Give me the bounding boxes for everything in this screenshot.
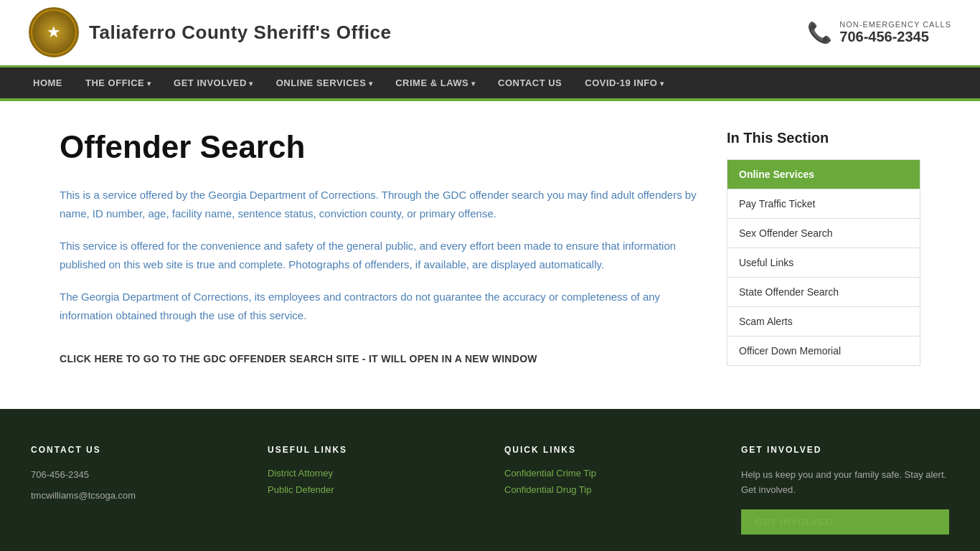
get-involved-button[interactable]: GET INVOLVED [741, 509, 949, 534]
sidebar-item-scam-alerts[interactable]: Scam Alerts [727, 307, 920, 336]
sidebar-item-useful-links[interactable]: Useful Links [727, 248, 920, 278]
sidebar-nav: Online Services Pay Traffic Ticket Sex O… [727, 159, 920, 366]
logo-inner: ★ [32, 11, 75, 54]
footer-link-district-attorney[interactable]: District Attorney [268, 468, 476, 479]
nav-item-home[interactable]: HOME [22, 67, 74, 98]
footer-link-confidential-drug[interactable]: Confidential Drug Tip [504, 484, 712, 495]
phone-icon: 📞 [807, 21, 832, 44]
phone-details: NON-EMERGENCY CALLS 706-456-2345 [839, 20, 951, 45]
footer-get-involved: GET INVOLVED Help us keep you and your f… [741, 445, 949, 540]
gdc-search-link[interactable]: CLICK HERE TO GO TO THE GDC OFFENDER SEA… [60, 353, 537, 364]
content-paragraph-1: This is a service offered by the Georgia… [60, 186, 698, 222]
page-title: Offender Search [60, 130, 698, 164]
sidebar-item-sex-offender[interactable]: Sex Offender Search [727, 219, 920, 248]
nav-link-contact[interactable]: CONTACT US [486, 67, 573, 98]
footer-quick-links-heading: QUICK LINKS [504, 445, 712, 455]
star-icon: ★ [47, 24, 61, 40]
nav-item-crime-laws[interactable]: CRIME & LAWS [384, 67, 486, 98]
main-nav: HOME THE OFFICE GET INVOLVED ONLINE SERV… [0, 65, 980, 98]
footer-useful-links-heading: USEFUL LINKS [268, 445, 476, 455]
footer-link-confidential-crime[interactable]: Confidential Crime Tip [504, 468, 712, 479]
sidebar-heading: In This Section [727, 130, 920, 146]
nav-item-contact[interactable]: CONTACT US [486, 67, 573, 98]
sidebar-item-online-services[interactable]: Online Services [727, 160, 920, 189]
main-container: Offender Search This is a service offere… [31, 101, 949, 409]
footer-contact-heading: CONTACT US [31, 445, 239, 455]
sidebar-item-pay-traffic[interactable]: Pay Traffic Ticket [727, 189, 920, 219]
nav-link-covid[interactable]: COVID-19 INFO [573, 67, 675, 98]
logo-badge: ★ [29, 7, 79, 57]
footer-email: tmcwilliams@tcsoga.com [31, 489, 239, 504]
nav-link-get-involved[interactable]: GET INVOLVED [162, 67, 265, 98]
nav-item-covid[interactable]: COVID-19 INFO [573, 67, 675, 98]
nav-link-crime-laws[interactable]: CRIME & LAWS [384, 67, 486, 98]
footer-quick-links: QUICK LINKS Confidential Crime Tip Confi… [504, 445, 712, 540]
phone-area: 📞 NON-EMERGENCY CALLS 706-456-2345 [807, 20, 951, 45]
logo-area: ★ Taliaferro County Sheriff's Office [29, 7, 391, 57]
footer-phone: 706-456-2345 [31, 468, 239, 483]
nav-item-get-involved[interactable]: GET INVOLVED [162, 67, 265, 98]
sidebar: In This Section Online Services Pay Traf… [727, 130, 920, 366]
nav-item-office[interactable]: THE OFFICE [74, 67, 162, 98]
footer-contact: CONTACT US 706-456-2345 tmcwilliams@tcso… [31, 445, 239, 540]
footer-useful-links: USEFUL LINKS District Attorney Public De… [268, 445, 476, 540]
nav-link-office[interactable]: THE OFFICE [74, 67, 162, 98]
content-paragraph-3: The Georgia Department of Corrections, i… [60, 288, 698, 324]
nav-link-online-services[interactable]: ONLINE SERVICES [265, 67, 385, 98]
footer-get-involved-text: Help us keep you and your family safe. S… [741, 468, 949, 498]
sidebar-item-officer-down[interactable]: Officer Down Memorial [727, 336, 920, 365]
nav-item-online-services[interactable]: ONLINE SERVICES [265, 67, 385, 98]
phone-label: NON-EMERGENCY CALLS [839, 20, 951, 29]
sidebar-item-state-offender[interactable]: State Offender Search [727, 278, 920, 307]
site-header: ★ Taliaferro County Sheriff's Office 📞 N… [0, 0, 980, 65]
site-title: Taliaferro County Sheriff's Office [89, 22, 391, 44]
phone-number: 706-456-2345 [839, 29, 951, 45]
footer-link-public-defender[interactable]: Public Defender [268, 484, 476, 495]
nav-link-home[interactable]: HOME [22, 67, 74, 98]
content-paragraph-2: This service is offered for the convenie… [60, 237, 698, 273]
footer-get-involved-heading: GET INVOLVED [741, 445, 949, 455]
site-footer: CONTACT US 706-456-2345 tmcwilliams@tcso… [0, 409, 980, 551]
page-content: Offender Search This is a service offere… [60, 130, 698, 366]
footer-grid: CONTACT US 706-456-2345 tmcwilliams@tcso… [31, 445, 949, 540]
